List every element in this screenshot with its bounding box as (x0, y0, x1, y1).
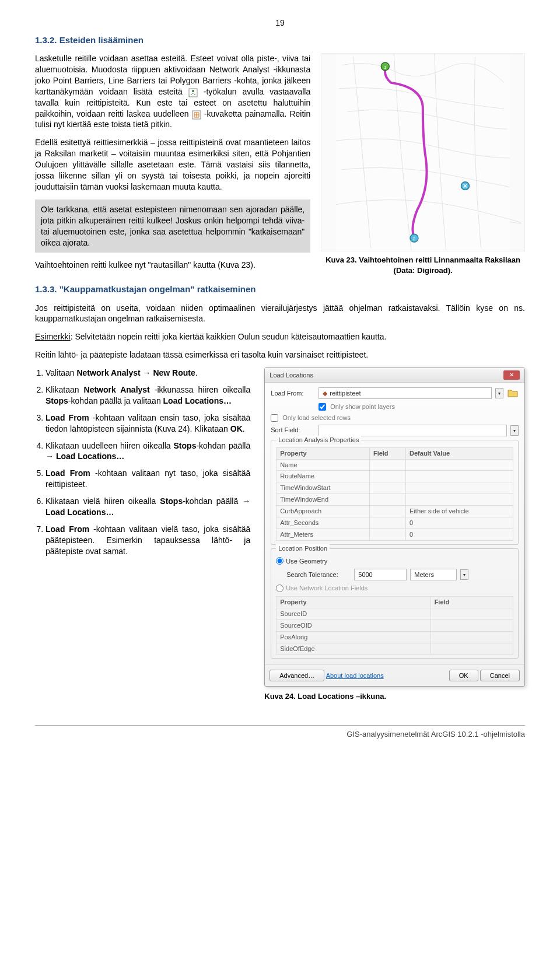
network-fields-table: PropertyField SourceID SourceOID PosAlon… (276, 596, 513, 654)
table-row: Attr_Meters0 (276, 528, 513, 540)
list-item: Load From -kohtaan valitaan nyt taso, jo… (46, 468, 254, 490)
s1-p1b: karttanäkymään voidaan lisätä esteitä (35, 87, 188, 96)
cancel-button[interactable]: Cancel (480, 670, 520, 681)
table-row: RouteName (276, 471, 513, 482)
use-network-fields-label: Use Network Location Fields (286, 584, 368, 593)
solve-tool-icon (192, 110, 201, 118)
table-row: SideOfEdge (276, 643, 513, 654)
table-row: SourceOID (276, 620, 513, 631)
s2-p1: Jos reittipisteitä on useita, voidaan ni… (35, 303, 525, 325)
list-item: Load From -kohtaan valitaan vielä taso, … (46, 524, 254, 557)
chevron-down-icon[interactable]: ▾ (495, 388, 503, 398)
load-from-label: Load From: (271, 389, 315, 398)
s2-p2-text: : Selvitetään nopein reitti joka kiertää… (71, 332, 387, 341)
callout-box: Ole tarkkana, että asetat estepisteen ni… (35, 200, 310, 253)
search-tolerance-input[interactable]: 5000 (354, 569, 407, 580)
section-2-heading: 1.3.3. "Kauppamatkustajan ongelman" ratk… (35, 284, 525, 295)
use-geometry-radio[interactable] (276, 557, 284, 565)
page-number: 19 (35, 18, 525, 29)
svg-text:1: 1 (384, 65, 387, 70)
point-barrier-tool-icon (188, 88, 198, 96)
load-from-input[interactable]: ◆ reittipisteet (318, 387, 492, 399)
table-row: TimeWindowEnd (276, 494, 513, 506)
browse-folder-icon[interactable] (507, 388, 519, 398)
table-row: Name (276, 459, 513, 471)
list-item: Klikataan uudelleen hiiren oikealla Stop… (46, 440, 254, 463)
svg-point-1 (192, 90, 194, 92)
s2-p3: Reitin lähtö- ja päätepiste ladataan täs… (35, 349, 525, 360)
s1-p2a: uudelleen (153, 109, 192, 118)
advanced-button[interactable]: Advanced… (270, 670, 324, 681)
chevron-down-icon[interactable]: ▾ (510, 425, 519, 436)
location-analysis-group: Location Analysis Properties Property Fi… (271, 440, 519, 545)
only-selected-rows-label: Only load selected rows (282, 414, 351, 422)
section-1-text-column: Lasketulle reitille voidaan asettaa este… (35, 53, 310, 278)
table-row: TimeWindowStart (276, 482, 513, 494)
list-item: Klikataan Network Analyst -ikkunassa hii… (46, 384, 254, 407)
table-row: CurbApproachEither side of vehicle (276, 506, 513, 517)
about-link[interactable]: About load locations (326, 672, 384, 679)
svg-text:2: 2 (413, 236, 416, 242)
only-point-layers-checkbox[interactable] (318, 403, 326, 411)
s2-p2-label: Esimerkki (35, 332, 71, 341)
steps-list: Valitaan Network Analyst → New Route. Kl… (46, 368, 254, 556)
use-network-fields-radio[interactable] (276, 584, 284, 592)
svg-rect-3 (336, 54, 510, 251)
list-item: Valitaan Network Analyst → New Route. (46, 368, 254, 379)
figure-23-caption: Kuva 23. Vaihtoehtoinen reitti Linnanmaa… (321, 255, 525, 275)
use-geometry-label: Use Geometry (286, 557, 327, 566)
chevron-down-icon[interactable]: ▾ (460, 569, 468, 580)
list-item: Load From -kohtaan valitaan ensin taso, … (46, 412, 254, 435)
sort-field-label: Sort Field: (271, 426, 315, 435)
dialog-title: Load Locations (270, 371, 313, 380)
close-icon[interactable]: ✕ (503, 370, 520, 380)
map-figure-23: 1 2 (321, 53, 525, 251)
only-point-layers-label: Only show point layers (330, 402, 395, 411)
search-tolerance-label: Search Tolerance: (286, 570, 351, 579)
table-row: SourceID (276, 608, 513, 620)
only-selected-rows-checkbox[interactable] (271, 414, 278, 422)
s1-p3: Edellä esitettyä reittiesimerkkiä – joss… (35, 137, 310, 192)
page-footer: GIS-analyysimenetelmät ArcGIS 10.2.1 -oh… (35, 725, 525, 740)
table-row: Attr_Seconds0 (276, 517, 513, 528)
s1-p1: Lasketulle reitille voidaan asettaa este… (35, 54, 310, 85)
section-1-heading: 1.3.2. Esteiden lisääminen (35, 34, 525, 46)
list-item: Klikataan vielä hiiren oikealla Stops-ko… (46, 496, 254, 518)
figure-24-caption: Kuva 24. Load Locations –ikkuna. (264, 691, 525, 702)
analysis-properties-table[interactable]: Property Field Default Value Name RouteN… (276, 447, 513, 541)
point-layer-icon: ◆ (323, 389, 327, 398)
ok-button[interactable]: OK (449, 670, 478, 681)
sort-field-input[interactable] (318, 425, 507, 436)
table-row: PosAlong (276, 631, 513, 643)
load-locations-dialog: Load Locations ✕ Load From: ◆ reittipist… (264, 368, 525, 687)
s1-p4: Vaihtoehtoinen reitti kulkee nyt "rautas… (35, 260, 310, 271)
search-tolerance-unit[interactable]: Meters (410, 569, 457, 580)
location-position-group: Location Position Use Geometry Search To… (271, 548, 519, 659)
